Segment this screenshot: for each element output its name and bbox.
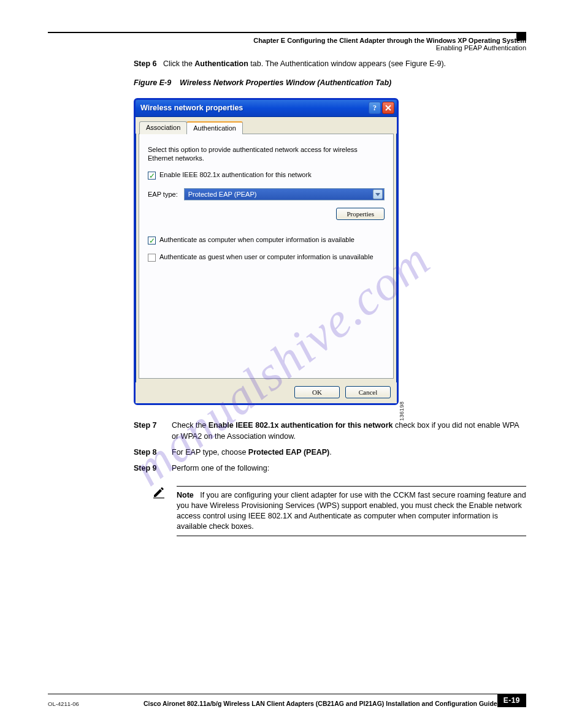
- page-number: E-19: [497, 694, 526, 707]
- panel-intro-text: Select this option to provide authentica…: [148, 145, 385, 163]
- dialog-title: Wireless network properties: [140, 104, 369, 112]
- note-text: If you are configuring your client adapt…: [177, 491, 526, 531]
- check-icon: ✓: [149, 172, 155, 180]
- step-6: Step 6 Click the Authentication tab. The…: [134, 59, 526, 70]
- combobox-arrow[interactable]: [373, 189, 383, 199]
- note-block: Note If you are configuring your client …: [152, 486, 526, 536]
- dialog-titlebar[interactable]: Wireless network properties ?: [136, 100, 397, 117]
- tab-authentication[interactable]: Authentication: [186, 121, 243, 134]
- eap-type-combobox[interactable]: Protected EAP (PEAP): [184, 188, 385, 200]
- step-number: Step 9: [134, 463, 166, 474]
- step-9: Step 9 Perform one of the following:: [134, 463, 526, 474]
- auth-as-computer-label: Authenticate as computer when computer i…: [159, 236, 354, 243]
- chevron-down-icon: [375, 193, 380, 196]
- corner-decoration: [516, 33, 526, 40]
- step-8: Step 8 For EAP type, choose Protected EA…: [134, 447, 526, 458]
- auth-as-guest-checkbox[interactable]: [148, 254, 156, 262]
- footer-docno: OL-4211-06: [48, 700, 79, 707]
- cancel-button[interactable]: Cancel: [345, 386, 391, 398]
- auth-as-guest-label: Authenticate as guest when user or compu…: [159, 253, 373, 260]
- note-pencil-icon: [152, 486, 166, 502]
- step-number: Step 7: [134, 420, 166, 442]
- section-breadcrumb: Enabling PEAP Authentication: [48, 44, 526, 51]
- page-footer: OL-4211-06 Cisco Aironet 802.11a/b/g Wir…: [48, 694, 526, 707]
- figure-caption: Figure E-9 Wireless Network Properties W…: [134, 78, 526, 87]
- check-icon: ✓: [149, 237, 155, 245]
- help-button[interactable]: ?: [369, 102, 381, 114]
- enable-8021x-checkbox[interactable]: ✓: [148, 172, 156, 180]
- step-number: Step 8: [134, 447, 166, 458]
- tab-strip: Association Authentication: [136, 117, 397, 134]
- step-7: Step 7 Check the Enable IEEE 802.1x auth…: [134, 420, 526, 442]
- ok-button[interactable]: OK: [294, 386, 340, 398]
- page-header: Chapter E Configuring the Client Adapter…: [48, 37, 526, 51]
- step-number: Step 6: [134, 59, 157, 68]
- eap-properties-button[interactable]: Properties: [336, 208, 385, 220]
- auth-as-computer-checkbox[interactable]: ✓: [148, 237, 156, 245]
- eap-type-value: Protected EAP (PEAP): [188, 191, 257, 198]
- tab-association[interactable]: Association: [139, 121, 187, 134]
- chapter-title: Chapter E Configuring the Client Adapter…: [48, 37, 526, 44]
- figure-image-id: 136198: [399, 401, 405, 421]
- auth-as-computer-row: ✓ Authenticate as computer when computer…: [148, 236, 385, 245]
- note-label: Note: [177, 491, 194, 499]
- note-content: Note If you are configuring your client …: [177, 486, 526, 536]
- authentication-panel: Select this option to provide authentica…: [139, 134, 394, 379]
- dialog-button-row: OK Cancel: [136, 382, 397, 403]
- eap-type-label: EAP type:: [148, 191, 178, 198]
- eap-type-row: EAP type: Protected EAP (PEAP): [148, 188, 385, 200]
- screenshot: Wireless network properties ? Associatio…: [134, 98, 404, 405]
- enable-8021x-label: Enable IEEE 802.1x authentication for th…: [159, 171, 312, 178]
- svg-rect-0: [153, 498, 164, 498]
- footer-manual-title: Cisco Aironet 802.11a/b/g Wireless LAN C…: [91, 700, 497, 707]
- close-button[interactable]: [382, 102, 394, 114]
- enable-8021x-row: ✓ Enable IEEE 802.1x authentication for …: [148, 171, 385, 180]
- wireless-properties-dialog: Wireless network properties ? Associatio…: [134, 98, 399, 405]
- auth-as-guest-row: Authenticate as guest when user or compu…: [148, 253, 385, 262]
